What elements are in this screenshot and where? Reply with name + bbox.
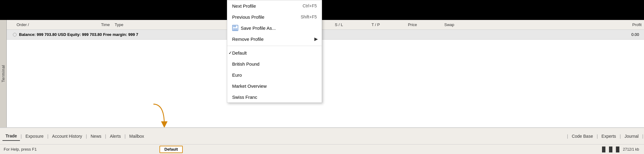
svg-rect-1 (233, 25, 236, 27)
submenu-arrow-icon: ▶ (314, 36, 318, 42)
previous-profile-shortcut: Shift+F5 (301, 14, 317, 19)
table-header: Order / Time Type S / L T / P Price Swap… (7, 20, 644, 30)
svg-rect-2 (233, 28, 237, 30)
col-swap: Swap (431, 22, 468, 27)
menu-british-pound[interactable]: British Pound (227, 58, 322, 69)
col-sl: S / L (320, 22, 357, 27)
balance-text: Balance: 999 703.80 USD Equity: 999 703.… (19, 32, 138, 37)
col-profit: Profit (468, 22, 644, 27)
mem-bars-icon: ▐▌▐▌▐▌ (600, 147, 621, 152)
menu-default[interactable]: ✓ Default (227, 47, 322, 58)
tab-news[interactable]: News (87, 132, 104, 141)
tab-trade[interactable]: Trade (2, 132, 20, 141)
profit-value: 0.00 (631, 32, 639, 37)
terminal-label: Terminal (0, 20, 7, 127)
menu-market-overview[interactable]: Market Overview (227, 80, 322, 91)
balance-indicator (13, 33, 17, 37)
col-time: Time (51, 22, 112, 27)
help-text: For Help, press F1 (4, 147, 37, 152)
default-button[interactable]: Default (159, 146, 183, 153)
balance-row: Balance: 999 703.80 USD Equity: 999 703.… (7, 30, 644, 40)
top-bar (0, 0, 644, 20)
tabs-bar: Trade | Exposure | Account History | New… (0, 127, 644, 144)
dropdown-menu: Next Profile Ctrl+F5 Previous Profile Sh… (227, 0, 322, 103)
next-profile-shortcut: Ctrl+F5 (303, 3, 317, 8)
save-profile-icon (232, 25, 238, 31)
tab-experts[interactable]: Experts (598, 132, 619, 141)
col-price: Price (394, 22, 431, 27)
menu-next-profile[interactable]: Next Profile Ctrl+F5 (227, 0, 322, 11)
menu-euro[interactable]: Euro (227, 69, 322, 80)
tab-code-base[interactable]: Code Base (569, 132, 596, 141)
tab-exposure[interactable]: Exposure (22, 132, 47, 141)
col-type: Type (112, 22, 149, 27)
menu-swiss-franc[interactable]: Swiss Franc (227, 91, 322, 102)
check-icon: ✓ (228, 50, 232, 55)
menu-remove-profile[interactable]: Remove Profile ▶ (227, 33, 322, 44)
menu-divider (227, 46, 322, 46)
menu-save-profile-as[interactable]: Save Profile As... (227, 22, 322, 33)
table-area: ✕ Order / Time Type S / L T / P Price Sw… (7, 20, 644, 127)
memory-info: ▐▌▐▌▐▌ 2712/1 kb (600, 147, 639, 152)
tab-journal[interactable]: Journal (621, 132, 642, 141)
tab-alerts[interactable]: Alerts (107, 132, 124, 141)
col-order: Order / (14, 22, 51, 27)
col-tp: T / P (357, 22, 394, 27)
menu-previous-profile[interactable]: Previous Profile Shift+F5 (227, 11, 322, 22)
tab-mailbox[interactable]: Mailbox (126, 132, 147, 141)
status-bar: For Help, press F1 Default ▐▌▐▌▐▌ 2712/1… (0, 144, 644, 154)
tab-account-history[interactable]: Account History (49, 132, 85, 141)
